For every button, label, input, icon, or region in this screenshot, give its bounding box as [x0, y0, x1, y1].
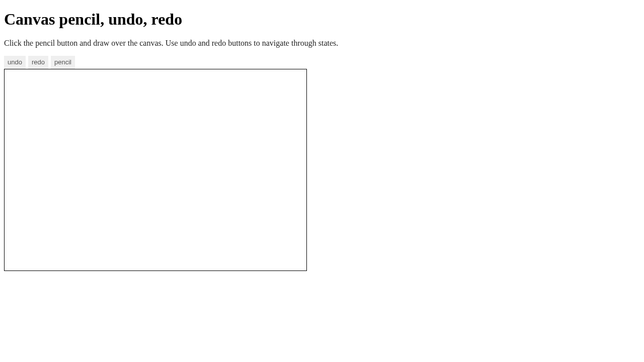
drawing-canvas[interactable] — [4, 69, 307, 271]
pencil-button[interactable]: pencil — [51, 56, 75, 69]
page-title: Canvas pencil, undo, redo — [4, 10, 644, 29]
undo-button[interactable]: undo — [4, 56, 26, 69]
toolbar: undo redo pencil — [4, 56, 644, 69]
page-description: Click the pencil button and draw over th… — [4, 39, 644, 48]
redo-button[interactable]: redo — [28, 56, 48, 69]
